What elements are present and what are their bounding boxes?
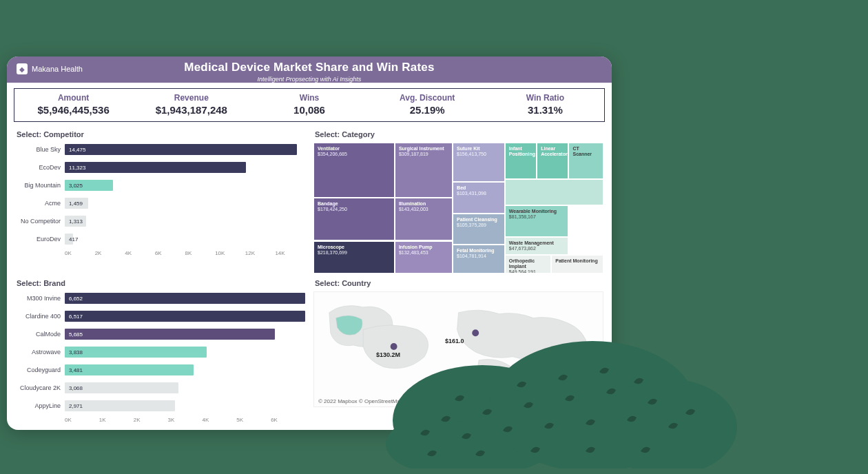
axis-tick: 6K — [271, 417, 305, 423]
bar-label: CalMode — [15, 331, 65, 338]
country-panel: Select: Country $130.2M — [313, 276, 603, 423]
treemap-cell-value: $218,370,699 — [318, 250, 391, 256]
bar-fill: 1,459 — [65, 198, 88, 209]
axis-tick: 12K — [245, 250, 276, 256]
treemap-cell-value: $47,673,862 — [509, 246, 565, 251]
treemap-cell-name: Surgical Instrument — [399, 146, 448, 152]
brand: ◆ Makana Health — [17, 63, 83, 74]
bar-row[interactable]: No Competitor1,313 — [15, 214, 305, 228]
bar-row[interactable]: Acme1,459 — [15, 196, 305, 210]
bar-label: Cloudycare 2K — [15, 384, 65, 391]
treemap-cell[interactable]: Bandage$178,424,250 — [313, 198, 395, 241]
dashboard-card: ◆ Makana Health Medical Device Market Sh… — [7, 56, 612, 430]
bar-track: 6,517 — [65, 311, 305, 322]
axis-tick: 10K — [215, 250, 245, 256]
treemap-cell[interactable]: Patient Monitoring — [551, 255, 603, 274]
treemap-cell-name: Patient Monitoring — [555, 258, 599, 264]
bar-label: AppyLine — [15, 402, 65, 409]
title-block: Medical Device Market Share and Win Rate… — [184, 61, 434, 83]
dashboard-header: ◆ Makana Health Medical Device Market Sh… — [7, 56, 612, 83]
treemap-cell-name: Fetal Monitoring — [457, 248, 501, 254]
kpi-row: Amount $5,946,445,536 Revenue $1,943,187… — [14, 88, 605, 122]
bar-row[interactable]: Big Mountain3,025 — [15, 178, 305, 192]
treemap-cell[interactable]: Suture Kit$156,413,750 — [453, 143, 505, 182]
treemap-cell-name: Infusion Pump — [399, 245, 448, 250]
kpi-value: 25.19% — [371, 104, 484, 116]
treemap-cell[interactable]: Linear Accelerator — [537, 143, 568, 179]
treemap-cell[interactable]: Microscope$218,370,699 — [313, 241, 395, 274]
treemap-cell-value: $103,431,098 — [457, 191, 501, 196]
treemap-cell[interactable]: Waste Management$47,673,862 — [505, 237, 569, 256]
treemap-cell[interactable]: Ventilator$354,206,685 — [313, 143, 395, 198]
country-map[interactable]: $130.2M $161.0 © 2022 Mapbox © OpenStree… — [313, 291, 603, 407]
category-treemap[interactable]: Ventilator$354,206,685Microscope$218,370… — [313, 143, 603, 274]
bar-track: 3,025 — [65, 180, 305, 191]
country-title: Select: Country — [315, 279, 603, 287]
bar-label: No Competitor — [15, 218, 65, 225]
treemap-cell-value: $104,781,914 — [457, 254, 501, 259]
brand-panel: Select: Brand M300 Invine6,652Clardine 4… — [15, 276, 305, 423]
bar-track: 6,652 — [65, 293, 305, 304]
bar-label: M300 Invine — [15, 295, 65, 302]
treemap-cell[interactable]: Orthopedic Implant$49,564,191 — [505, 255, 551, 274]
treemap-cell-name: Wearable Monitoring — [509, 209, 565, 214]
bar-row[interactable]: CalMode5,685 — [15, 327, 305, 341]
brand-name: Makana Health — [32, 65, 83, 73]
kpi-label: Amount — [17, 93, 130, 103]
treemap-cell[interactable]: Wearable Monitoring$81,358,167 — [505, 205, 569, 237]
bar-track: 3,481 — [65, 364, 305, 375]
svg-point-1 — [472, 329, 479, 336]
treemap-cell-name: Illumination — [399, 201, 448, 207]
axis-tick: 14K — [275, 250, 305, 256]
bar-fill: 6,517 — [65, 311, 305, 322]
treemap-cell[interactable]: Patient Cleansing$105,375,289 — [453, 214, 505, 245]
competitor-chart[interactable]: Blue Sky14,475EcoDev11,323Big Mountain3,… — [15, 143, 305, 256]
bar-track: 1,459 — [65, 198, 305, 209]
bar-row[interactable]: Codeyguard3,481 — [15, 363, 305, 377]
treemap-cell[interactable] — [505, 179, 603, 205]
treemap-cell[interactable]: Fetal Monitoring$104,781,914 — [453, 245, 505, 274]
bar-fill: 3,838 — [65, 347, 207, 358]
brand-chart[interactable]: M300 Invine6,652Clardine 4006,517CalMode… — [15, 291, 305, 423]
treemap-cell-name: Suture Kit — [457, 146, 501, 152]
treemap-cell[interactable]: Bed$103,431,098 — [453, 182, 505, 214]
axis-tick: 6K — [155, 250, 185, 256]
bar-fill: 3,025 — [65, 180, 113, 191]
bar-row[interactable]: Blue Sky14,475 — [15, 143, 305, 156]
bar-row[interactable]: Cloudycare 2K3,068 — [15, 381, 305, 395]
treemap-cell[interactable]: Infant Positioning — [505, 143, 537, 179]
kpi-value: $5,946,445,536 — [17, 104, 130, 116]
axis-tick: 8K — [185, 250, 216, 256]
bar-label: Astrowave — [15, 349, 65, 356]
bar-fill: 3,481 — [65, 364, 194, 375]
brand-logo-icon: ◆ — [17, 63, 28, 74]
axis-tick: 3K — [168, 417, 203, 423]
bar-label: Acme — [15, 200, 65, 207]
bar-row[interactable]: M300 Invine6,652 — [15, 291, 305, 305]
treemap-cell-name: CT Scanner — [572, 146, 599, 157]
bar-row[interactable]: AppyLine2,971 — [15, 399, 305, 413]
treemap-cell-name: Patient Cleansing — [457, 217, 501, 223]
treemap-cell[interactable]: CT Scanner — [568, 143, 603, 179]
bar-row[interactable]: EcoDev11,323 — [15, 161, 305, 174]
treemap-cell-value: $105,375,289 — [457, 223, 501, 228]
treemap-cell-value: $156,413,750 — [457, 152, 501, 157]
bar-row[interactable]: Clardine 4006,517 — [15, 309, 305, 323]
treemap-cell-name: Bandage — [318, 201, 391, 207]
axis-tick: 4K — [202, 417, 236, 423]
kpi-revenue: Revenue $1,943,187,248 — [132, 89, 250, 121]
kpi-wins: Wins 10,086 — [250, 89, 368, 121]
bar-track: 3,838 — [65, 347, 305, 358]
treemap-cell-value: $132,483,453 — [399, 250, 448, 256]
treemap-cell[interactable]: Surgical Instrument$309,187,819 — [395, 143, 453, 198]
bar-track: 14,475 — [65, 144, 305, 155]
bar-label: Clardine 400 — [15, 313, 65, 320]
bar-row[interactable]: Astrowave3,838 — [15, 345, 305, 359]
bar-row[interactable]: EuroDev417 — [15, 232, 305, 246]
category-panel: Select: Category Ventilator$354,206,685M… — [313, 127, 603, 274]
treemap-cell-name: Orthopedic Implant — [509, 258, 547, 269]
treemap-cell[interactable]: Infusion Pump$132,483,453 — [395, 241, 453, 274]
treemap-cell[interactable]: Illumination$143,432,003 — [395, 198, 453, 241]
treemap-cell-name: Waste Management — [509, 240, 565, 246]
kpi-label: Wins — [253, 93, 365, 103]
